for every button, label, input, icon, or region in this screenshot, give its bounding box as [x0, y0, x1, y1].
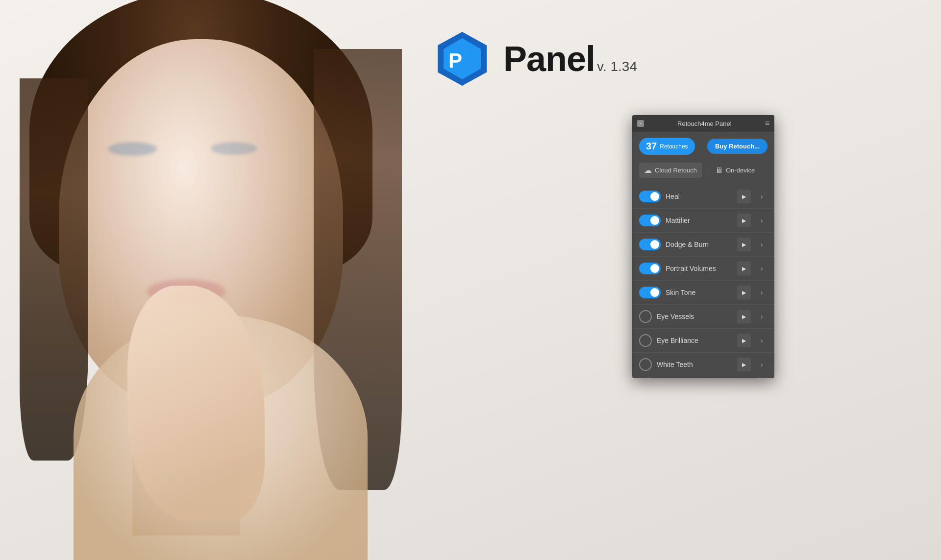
mattifier-label: Mattifier	[666, 217, 732, 224]
app-name: Panel	[503, 39, 595, 79]
chevron-right-icon: ›	[761, 265, 763, 272]
logo-text-group: Panel v. 1.34	[503, 39, 637, 79]
retouches-label: Retouches	[660, 143, 688, 150]
tabs-row: ☁ Cloud Retouch 🖥 On-device	[632, 161, 774, 183]
heal-arrow-button[interactable]: ›	[756, 191, 768, 202]
panel-titlebar: × Retouch4me Panel ≡	[632, 115, 774, 132]
play-icon: ▶	[742, 314, 746, 320]
retouch-panel: × Retouch4me Panel ≡ 37 Retouches Buy Re…	[632, 115, 774, 378]
white-teeth-arrow-button[interactable]: ›	[756, 359, 768, 370]
panel-title: Retouch4me Panel	[677, 120, 732, 127]
portrait-volumes-arrow-button[interactable]: ›	[756, 263, 768, 274]
chevron-right-icon: ›	[761, 337, 763, 344]
play-icon: ▶	[742, 362, 746, 368]
tab-cloud-retouch[interactable]: ☁ Cloud Retouch	[639, 163, 702, 178]
eye-vessels-label: Eye Vessels	[657, 313, 732, 320]
white-teeth-label: White Teeth	[657, 361, 732, 368]
tool-row-eye-vessels: Eye Vessels ▶ ›	[632, 305, 774, 329]
play-icon: ▶	[742, 290, 746, 296]
heal-label: Heal	[666, 193, 732, 200]
tab-on-device[interactable]: 🖥 On-device	[710, 163, 760, 178]
play-icon: ▶	[742, 338, 746, 344]
retouches-count: 37	[646, 141, 657, 152]
eye-brilliance-arrow-button[interactable]: ›	[756, 335, 768, 346]
eye-brilliance-play-button[interactable]: ▶	[737, 334, 751, 347]
panel-menu-icon[interactable]: ≡	[765, 119, 769, 128]
tool-row-heal: Heal ▶ ›	[632, 185, 774, 209]
eye-vessels-toggle[interactable]	[639, 310, 652, 323]
chevron-right-icon: ›	[761, 313, 763, 320]
dodge-burn-label: Dodge & Burn	[666, 241, 732, 248]
dodge-burn-arrow-button[interactable]: ›	[756, 239, 768, 250]
hex-letter: P	[448, 49, 462, 72]
hex-detail	[468, 48, 476, 56]
mattifier-play-button[interactable]: ▶	[737, 214, 751, 227]
chevron-right-icon: ›	[761, 217, 763, 224]
left-eye	[108, 142, 157, 156]
portrait-volumes-play-button[interactable]: ▶	[737, 262, 751, 275]
tab-ondevice-label: On-device	[726, 167, 755, 174]
tool-row-eye-brilliance: Eye Brilliance ▶ ›	[632, 329, 774, 353]
play-icon: ▶	[742, 218, 746, 224]
play-icon: ▶	[742, 242, 746, 248]
cloud-icon: ☁	[644, 166, 652, 175]
toggle-knob	[650, 264, 659, 273]
tab-divider	[706, 166, 706, 175]
portrait-container	[0, 0, 412, 560]
toggle-knob	[650, 240, 659, 249]
tab-cloud-label: Cloud Retouch	[655, 167, 697, 174]
white-teeth-play-button[interactable]: ▶	[737, 358, 751, 371]
dodge-burn-toggle[interactable]	[639, 239, 661, 250]
mattifier-toggle[interactable]	[639, 215, 661, 226]
play-icon: ▶	[742, 266, 746, 272]
eye-vessels-play-button[interactable]: ▶	[737, 310, 751, 323]
eye-brilliance-label: Eye Brilliance	[657, 337, 732, 344]
header-area: P Panel v. 1.34	[433, 29, 637, 88]
portrait-volumes-label: Portrait Volumes	[666, 265, 732, 272]
chevron-right-icon: ›	[761, 193, 763, 200]
toggle-knob	[650, 288, 659, 297]
skin-tone-toggle[interactable]	[639, 287, 661, 298]
retouches-badge[interactable]: 37 Retouches	[639, 138, 695, 155]
play-icon: ▶	[742, 194, 746, 200]
chevron-right-icon: ›	[761, 241, 763, 248]
dodge-burn-play-button[interactable]: ▶	[737, 238, 751, 251]
monitor-icon: 🖥	[715, 166, 723, 175]
tool-row-dodge-burn: Dodge & Burn ▶ ›	[632, 233, 774, 257]
toggle-knob	[650, 216, 659, 225]
tool-row-mattifier: Mattifier ▶ ›	[632, 209, 774, 233]
tool-row-portrait-volumes: Portrait Volumes ▶ ›	[632, 257, 774, 281]
skin-tone-label: Skin Tone	[666, 289, 732, 296]
skin-tone-arrow-button[interactable]: ›	[756, 287, 768, 298]
heal-play-button[interactable]: ▶	[737, 190, 751, 203]
toggle-knob	[650, 192, 659, 201]
app-version: v. 1.34	[597, 59, 637, 74]
skin-tone-play-button[interactable]: ▶	[737, 286, 751, 299]
tool-row-skin-tone: Skin Tone ▶ ›	[632, 281, 774, 305]
eye-brilliance-toggle[interactable]	[639, 334, 652, 347]
app-logo: P	[433, 29, 492, 88]
close-icon: ×	[639, 121, 642, 126]
eye-vessels-arrow-button[interactable]: ›	[756, 311, 768, 322]
chevron-right-icon: ›	[761, 289, 763, 296]
chevron-right-icon: ›	[761, 361, 763, 368]
panel-top-row: 37 Retouches Buy Retouch...	[632, 132, 774, 161]
tool-row-white-teeth: White Teeth ▶ ›	[632, 353, 774, 376]
heal-toggle[interactable]	[639, 191, 661, 202]
hair-left	[20, 78, 88, 461]
white-teeth-toggle[interactable]	[639, 358, 652, 371]
tools-list: Heal ▶ › Mattifier ▶ ›	[632, 183, 774, 378]
buy-retouch-button[interactable]: Buy Retouch...	[707, 139, 768, 154]
mattifier-arrow-button[interactable]: ›	[756, 215, 768, 226]
portrait-volumes-toggle[interactable]	[639, 263, 661, 274]
panel-close-button[interactable]: ×	[637, 120, 644, 127]
right-eye	[211, 142, 257, 155]
